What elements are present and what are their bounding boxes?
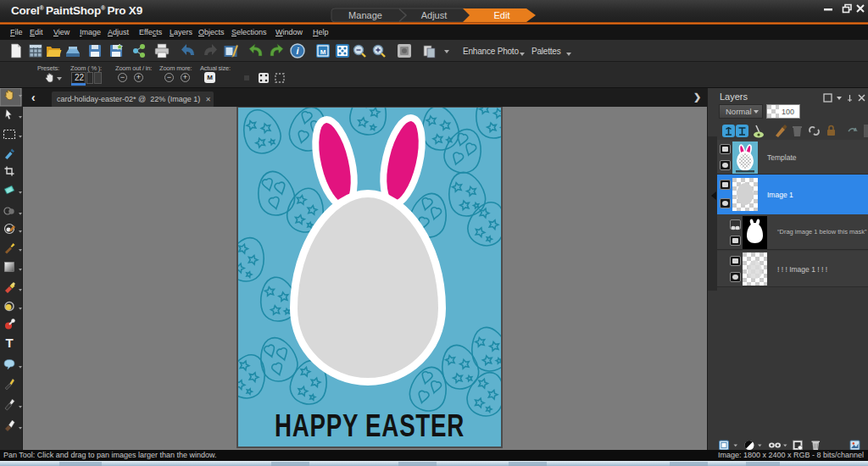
svg-text:M: M (320, 48, 326, 56)
svg-text:HAPPY EASTER: HAPPY EASTER (275, 408, 465, 443)
svg-text:Edit: Edit (494, 10, 510, 20)
svg-text:Adjust: Adjust (421, 10, 448, 20)
svg-text:T: T (5, 336, 13, 350)
svg-text:Manage: Manage (348, 10, 382, 20)
